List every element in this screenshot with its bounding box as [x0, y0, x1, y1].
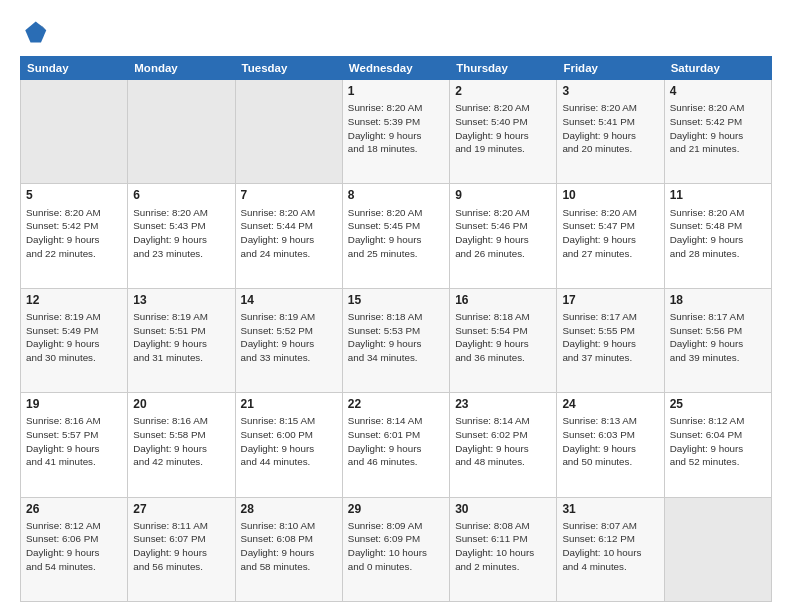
day-detail: Sunrise: 8:20 AM Sunset: 5:41 PM Dayligh… — [562, 101, 658, 156]
calendar-cell: 18Sunrise: 8:17 AM Sunset: 5:56 PM Dayli… — [664, 288, 771, 392]
day-detail: Sunrise: 8:20 AM Sunset: 5:40 PM Dayligh… — [455, 101, 551, 156]
day-detail: Sunrise: 8:11 AM Sunset: 6:07 PM Dayligh… — [133, 519, 229, 574]
calendar-cell: 1Sunrise: 8:20 AM Sunset: 5:39 PM Daylig… — [342, 80, 449, 184]
calendar-cell: 3Sunrise: 8:20 AM Sunset: 5:41 PM Daylig… — [557, 80, 664, 184]
day-number: 19 — [26, 396, 122, 412]
calendar-cell — [664, 497, 771, 601]
day-number: 28 — [241, 501, 337, 517]
calendar-cell: 23Sunrise: 8:14 AM Sunset: 6:02 PM Dayli… — [450, 393, 557, 497]
day-detail: Sunrise: 8:08 AM Sunset: 6:11 PM Dayligh… — [455, 519, 551, 574]
day-detail: Sunrise: 8:20 AM Sunset: 5:48 PM Dayligh… — [670, 206, 766, 261]
day-detail: Sunrise: 8:17 AM Sunset: 5:56 PM Dayligh… — [670, 310, 766, 365]
day-detail: Sunrise: 8:15 AM Sunset: 6:00 PM Dayligh… — [241, 414, 337, 469]
calendar-cell: 10Sunrise: 8:20 AM Sunset: 5:47 PM Dayli… — [557, 184, 664, 288]
day-number: 21 — [241, 396, 337, 412]
day-number: 22 — [348, 396, 444, 412]
day-number: 5 — [26, 187, 122, 203]
logo-icon — [20, 18, 48, 46]
day-detail: Sunrise: 8:18 AM Sunset: 5:53 PM Dayligh… — [348, 310, 444, 365]
day-number: 11 — [670, 187, 766, 203]
day-number: 17 — [562, 292, 658, 308]
calendar-cell: 2Sunrise: 8:20 AM Sunset: 5:40 PM Daylig… — [450, 80, 557, 184]
calendar-cell: 8Sunrise: 8:20 AM Sunset: 5:45 PM Daylig… — [342, 184, 449, 288]
day-detail: Sunrise: 8:20 AM Sunset: 5:42 PM Dayligh… — [670, 101, 766, 156]
weekday-header-thursday: Thursday — [450, 57, 557, 80]
calendar-cell: 6Sunrise: 8:20 AM Sunset: 5:43 PM Daylig… — [128, 184, 235, 288]
weekday-header-wednesday: Wednesday — [342, 57, 449, 80]
day-detail: Sunrise: 8:19 AM Sunset: 5:52 PM Dayligh… — [241, 310, 337, 365]
svg-marker-0 — [25, 22, 46, 43]
day-detail: Sunrise: 8:12 AM Sunset: 6:04 PM Dayligh… — [670, 414, 766, 469]
day-detail: Sunrise: 8:14 AM Sunset: 6:01 PM Dayligh… — [348, 414, 444, 469]
day-number: 15 — [348, 292, 444, 308]
day-number: 31 — [562, 501, 658, 517]
day-number: 6 — [133, 187, 229, 203]
calendar-cell: 13Sunrise: 8:19 AM Sunset: 5:51 PM Dayli… — [128, 288, 235, 392]
day-number: 3 — [562, 83, 658, 99]
day-number: 25 — [670, 396, 766, 412]
day-number: 2 — [455, 83, 551, 99]
calendar-cell: 4Sunrise: 8:20 AM Sunset: 5:42 PM Daylig… — [664, 80, 771, 184]
day-detail: Sunrise: 8:20 AM Sunset: 5:43 PM Dayligh… — [133, 206, 229, 261]
week-row-0: 1Sunrise: 8:20 AM Sunset: 5:39 PM Daylig… — [21, 80, 772, 184]
day-number: 4 — [670, 83, 766, 99]
logo — [20, 18, 50, 46]
day-number: 14 — [241, 292, 337, 308]
day-detail: Sunrise: 8:20 AM Sunset: 5:44 PM Dayligh… — [241, 206, 337, 261]
week-row-4: 26Sunrise: 8:12 AM Sunset: 6:06 PM Dayli… — [21, 497, 772, 601]
day-detail: Sunrise: 8:13 AM Sunset: 6:03 PM Dayligh… — [562, 414, 658, 469]
calendar-cell: 12Sunrise: 8:19 AM Sunset: 5:49 PM Dayli… — [21, 288, 128, 392]
day-detail: Sunrise: 8:20 AM Sunset: 5:42 PM Dayligh… — [26, 206, 122, 261]
calendar-cell: 31Sunrise: 8:07 AM Sunset: 6:12 PM Dayli… — [557, 497, 664, 601]
day-number: 27 — [133, 501, 229, 517]
calendar-cell: 19Sunrise: 8:16 AM Sunset: 5:57 PM Dayli… — [21, 393, 128, 497]
calendar-cell: 9Sunrise: 8:20 AM Sunset: 5:46 PM Daylig… — [450, 184, 557, 288]
day-number: 10 — [562, 187, 658, 203]
calendar-cell: 16Sunrise: 8:18 AM Sunset: 5:54 PM Dayli… — [450, 288, 557, 392]
calendar-cell: 24Sunrise: 8:13 AM Sunset: 6:03 PM Dayli… — [557, 393, 664, 497]
day-number: 12 — [26, 292, 122, 308]
day-number: 18 — [670, 292, 766, 308]
weekday-header-tuesday: Tuesday — [235, 57, 342, 80]
week-row-1: 5Sunrise: 8:20 AM Sunset: 5:42 PM Daylig… — [21, 184, 772, 288]
calendar-cell: 11Sunrise: 8:20 AM Sunset: 5:48 PM Dayli… — [664, 184, 771, 288]
calendar-cell: 20Sunrise: 8:16 AM Sunset: 5:58 PM Dayli… — [128, 393, 235, 497]
day-detail: Sunrise: 8:19 AM Sunset: 5:49 PM Dayligh… — [26, 310, 122, 365]
week-row-2: 12Sunrise: 8:19 AM Sunset: 5:49 PM Dayli… — [21, 288, 772, 392]
day-detail: Sunrise: 8:17 AM Sunset: 5:55 PM Dayligh… — [562, 310, 658, 365]
day-detail: Sunrise: 8:12 AM Sunset: 6:06 PM Dayligh… — [26, 519, 122, 574]
day-number: 24 — [562, 396, 658, 412]
day-number: 7 — [241, 187, 337, 203]
day-detail: Sunrise: 8:18 AM Sunset: 5:54 PM Dayligh… — [455, 310, 551, 365]
calendar-cell: 15Sunrise: 8:18 AM Sunset: 5:53 PM Dayli… — [342, 288, 449, 392]
calendar-cell — [128, 80, 235, 184]
day-detail: Sunrise: 8:20 AM Sunset: 5:47 PM Dayligh… — [562, 206, 658, 261]
day-number: 26 — [26, 501, 122, 517]
calendar-table: SundayMondayTuesdayWednesdayThursdayFrid… — [20, 56, 772, 602]
calendar-cell: 22Sunrise: 8:14 AM Sunset: 6:01 PM Dayli… — [342, 393, 449, 497]
calendar-cell: 7Sunrise: 8:20 AM Sunset: 5:44 PM Daylig… — [235, 184, 342, 288]
calendar-cell: 27Sunrise: 8:11 AM Sunset: 6:07 PM Dayli… — [128, 497, 235, 601]
day-number: 8 — [348, 187, 444, 203]
header — [20, 18, 772, 46]
day-detail: Sunrise: 8:20 AM Sunset: 5:46 PM Dayligh… — [455, 206, 551, 261]
calendar-cell: 14Sunrise: 8:19 AM Sunset: 5:52 PM Dayli… — [235, 288, 342, 392]
day-detail: Sunrise: 8:14 AM Sunset: 6:02 PM Dayligh… — [455, 414, 551, 469]
day-number: 29 — [348, 501, 444, 517]
calendar-cell — [235, 80, 342, 184]
weekday-header-monday: Monday — [128, 57, 235, 80]
page: SundayMondayTuesdayWednesdayThursdayFrid… — [0, 0, 792, 612]
day-number: 16 — [455, 292, 551, 308]
calendar-cell: 28Sunrise: 8:10 AM Sunset: 6:08 PM Dayli… — [235, 497, 342, 601]
calendar-cell: 17Sunrise: 8:17 AM Sunset: 5:55 PM Dayli… — [557, 288, 664, 392]
day-number: 9 — [455, 187, 551, 203]
calendar-cell — [21, 80, 128, 184]
weekday-header-row: SundayMondayTuesdayWednesdayThursdayFrid… — [21, 57, 772, 80]
day-detail: Sunrise: 8:16 AM Sunset: 5:58 PM Dayligh… — [133, 414, 229, 469]
calendar-cell: 21Sunrise: 8:15 AM Sunset: 6:00 PM Dayli… — [235, 393, 342, 497]
calendar-cell: 25Sunrise: 8:12 AM Sunset: 6:04 PM Dayli… — [664, 393, 771, 497]
calendar-cell: 30Sunrise: 8:08 AM Sunset: 6:11 PM Dayli… — [450, 497, 557, 601]
day-number: 23 — [455, 396, 551, 412]
day-detail: Sunrise: 8:10 AM Sunset: 6:08 PM Dayligh… — [241, 519, 337, 574]
calendar-cell: 29Sunrise: 8:09 AM Sunset: 6:09 PM Dayli… — [342, 497, 449, 601]
